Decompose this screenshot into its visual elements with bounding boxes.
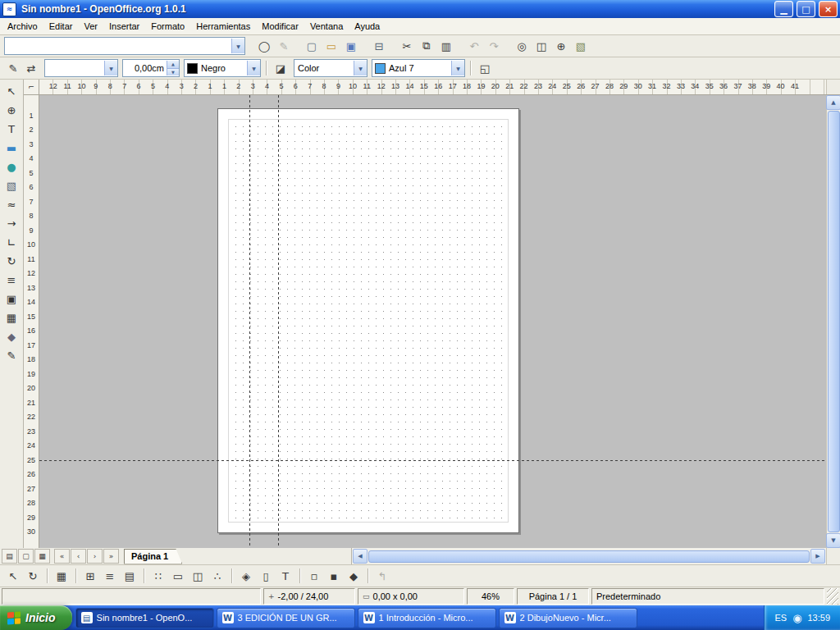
area-style-icon[interactable]: ◪ [272,60,290,76]
zoom-cell[interactable]: 46% [467,588,514,605]
vertical-ruler[interactable]: 1234567891011121314151617181920212223242… [24,95,39,548]
fill-color-combo[interactable]: Azul 7 ▼ [372,59,465,77]
horizontal-guide[interactable] [39,460,826,461]
drawing-canvas[interactable] [39,95,826,548]
edit-file-icon[interactable]: ✎ [275,38,293,54]
cut-icon[interactable]: ✂ [398,38,416,54]
menu-editar[interactable]: Editar [43,20,79,33]
previous-page-button[interactable]: ‹ [71,549,86,564]
zoom-tool[interactable]: ⊕ [2,101,21,119]
task-word-3[interactable]: W 2 DibujoNuevo - Micr... [499,608,637,628]
lines-arrows-tool[interactable]: → [2,214,21,232]
shadow-icon[interactable]: ◱ [476,60,494,76]
resize-grip[interactable] [827,588,838,605]
line-width-field[interactable]: 0,00cm ▲ ▼ [122,59,180,77]
maximize-button[interactable]: □ [797,1,815,17]
effects-tool[interactable]: ↻ [2,252,21,270]
copy-icon[interactable]: ⧉ [418,38,436,54]
modify-attributes-icon[interactable]: ◆ [345,568,363,584]
drawing-page[interactable] [217,108,519,533]
dropdown-arrow-icon[interactable]: ▼ [247,61,260,75]
snap-to-grid-icon[interactable]: ⊞ [81,568,99,584]
minimize-button[interactable]: ▁ [774,1,793,17]
large-handles-icon[interactable]: ▪ [325,568,343,584]
start-button[interactable]: Inicio [0,605,72,630]
vertical-guide-2[interactable] [278,95,279,548]
page-tab[interactable]: Página 1 [124,549,182,564]
menu-ayuda[interactable]: Ayuda [349,20,386,33]
horizontal-scrollbar[interactable]: ◀ ▶ [351,548,826,564]
page-number-cell[interactable]: Página 1 / 1 [517,588,589,605]
language-indicator[interactable]: ES [774,613,787,623]
master-view-icon[interactable]: ▢ [18,549,34,564]
spin-down-icon[interactable]: ▼ [167,68,179,76]
scroll-down-button[interactable]: ▼ [826,533,840,548]
3d-objects-tool[interactable]: ▧ [2,176,21,194]
form-functions-tool[interactable]: ✎ [2,346,21,364]
guides-visible-icon[interactable]: ≡ [101,568,119,584]
text-tool[interactable]: T [2,120,21,138]
object-size-cell[interactable]: ▭ 0,00 x 0,00 [358,588,464,605]
gallery-icon[interactable]: ▧ [572,38,590,54]
menu-insertar[interactable]: Insertar [103,20,145,33]
horizontal-scroll-thumb[interactable] [368,550,810,563]
menu-ver[interactable]: Ver [78,20,103,33]
layer-view-icon[interactable]: ▦ [34,549,50,564]
redo-icon[interactable]: ↷ [485,38,503,54]
dropdown-arrow-icon[interactable]: ▼ [354,61,367,75]
alignment-tool[interactable]: ≡ [2,271,21,289]
select-tool[interactable]: ↖ [2,82,21,100]
ruler-origin-icon[interactable]: ⌐ [24,80,39,94]
url-input[interactable] [5,39,231,52]
insert-tool[interactable]: ▦ [2,308,21,326]
zoom-icon[interactable]: ⊕ [552,38,570,54]
ellipse-tool[interactable]: ● [2,158,21,176]
print-icon[interactable]: ⊟ [370,38,388,54]
connector-tool[interactable]: ∟ [2,233,21,251]
next-page-button[interactable]: › [87,549,103,564]
3d-controller-tool[interactable]: ◆ [2,327,21,345]
page-view-icon[interactable]: ▤ [2,549,17,564]
fill-type-combo[interactable]: Color ▼ [294,59,368,77]
last-page-button[interactable]: » [103,549,119,564]
line-color-combo[interactable]: Negro ▼ [184,59,261,77]
quick-edit-icon[interactable]: ◈ [237,568,255,584]
rotation-mode-icon[interactable]: ↻ [24,568,42,584]
menu-herramientas[interactable]: Herramientas [190,20,256,33]
spin-up-icon[interactable]: ▲ [167,61,179,68]
page-style-cell[interactable]: Predeterminado [591,588,824,605]
simple-handles-icon[interactable]: ▫ [305,568,323,584]
first-page-button[interactable]: « [54,549,70,564]
vertical-scrollbar[interactable]: ▲ ▼ [826,95,840,548]
arrange-tool[interactable]: ▣ [2,290,21,308]
scroll-left-button[interactable]: ◀ [353,549,368,564]
dropdown-arrow-icon[interactable]: ▼ [104,61,117,75]
dropdown-arrow-icon[interactable]: ▼ [451,61,464,75]
exit-group-icon[interactable]: ↰ [373,568,391,584]
stop-icon[interactable]: ◯ [255,38,273,54]
task-word-2[interactable]: W 1 Introducción - Micro... [358,608,496,628]
snap-to-margins-icon[interactable]: ▭ [169,568,187,584]
line-style-combo[interactable]: ▼ [44,59,118,77]
undo-icon[interactable]: ↶ [465,38,483,54]
save-icon[interactable]: ▣ [342,38,360,54]
arrow-style-icon[interactable]: ⇄ [22,60,40,76]
url-combo[interactable]: ▼ [4,37,245,55]
paste-icon[interactable]: ▥ [437,38,455,54]
curve-tool[interactable]: ≈ [2,195,21,213]
new-icon[interactable]: ▢ [303,38,321,54]
menu-formato[interactable]: Formato [145,20,190,33]
edit-points-icon[interactable]: ✎ [4,60,22,76]
menu-ventana[interactable]: Ventana [304,20,349,33]
snap-to-guides-icon[interactable]: ∷ [149,568,167,584]
tray-icon[interactable]: ◉ [792,612,801,624]
menu-archivo[interactable]: Archivo [2,20,43,33]
snap-to-points-icon[interactable]: ∴ [208,568,226,584]
rectangle-tool[interactable]: ▬ [2,139,21,157]
close-button[interactable]: × [819,1,838,17]
show-grid-icon[interactable]: ▦ [52,568,71,584]
task-word-1[interactable]: W 3 EDICIÓN DE UN GR... [217,608,355,628]
task-openoffice[interactable]: ▤ Sin nombre1 - OpenO... [75,608,214,628]
open-icon[interactable]: ▭ [322,38,340,54]
select-text-area-icon[interactable]: ▯ [257,568,275,584]
